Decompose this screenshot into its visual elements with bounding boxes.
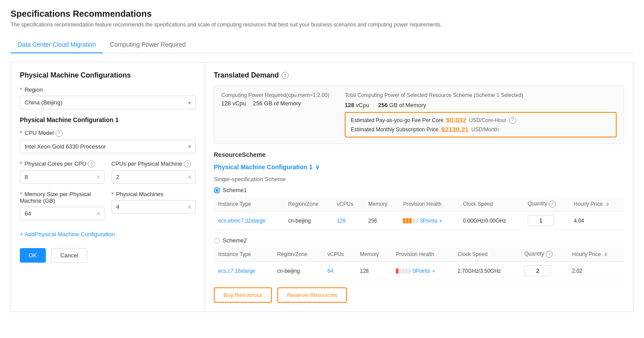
seg-r2 bbox=[399, 268, 402, 274]
health-chevron-icon[interactable]: ∨ bbox=[439, 218, 442, 223]
region-select[interactable]: China (Beijing) bbox=[20, 96, 196, 109]
clock-speed-cell: 0.00GHz/0.00GHz bbox=[458, 212, 523, 230]
instance-type2-cell: ecs.c7.16xlarge bbox=[214, 262, 273, 280]
quantity2-info-icon[interactable]: ? bbox=[546, 251, 553, 258]
monthly-label: Estimated Monthly Subscription Price bbox=[351, 126, 439, 133]
bottom-buttons: Buy Resources Reserve Resources bbox=[214, 287, 624, 303]
health-bar2: 0Points ∨ bbox=[396, 268, 449, 274]
col2-hourly-price: Hourly Price bbox=[568, 247, 624, 262]
physical-cores-clear-icon[interactable]: ✕ bbox=[96, 174, 101, 181]
physical-machines-clear-icon[interactable]: ✕ bbox=[187, 204, 192, 211]
col-region-zone: Region/Zone bbox=[284, 197, 332, 212]
scheme1-label: Scheme1 bbox=[223, 187, 247, 193]
health2-label[interactable]: 0Points bbox=[413, 268, 430, 274]
col2-clock-speed: Clock Speed bbox=[453, 247, 520, 262]
single-spec-label: Single-specification Scheme bbox=[214, 176, 624, 182]
physical-cores-info-icon[interactable]: ? bbox=[88, 160, 95, 167]
hourly-price-sort-icon[interactable] bbox=[606, 202, 609, 206]
quantity2-cell bbox=[520, 262, 568, 280]
cpus-per-machine-input-wrapper: 2 ✕ bbox=[112, 170, 196, 184]
vcpus-cell: 128 bbox=[332, 212, 364, 230]
tab-data-center[interactable]: Data Center Cloud Migration bbox=[11, 37, 103, 53]
region-zone2-cell: cn-beijing bbox=[273, 262, 323, 280]
config-sub-title: Physical Machine Configuration 1 bbox=[20, 116, 196, 123]
provision-health2-cell: 0Points ∨ bbox=[391, 262, 453, 280]
payg-price: $0.032 bbox=[446, 116, 466, 124]
cpu-model-select-wrapper: Intel Xeon Gold 6330 Processor ▾ bbox=[20, 140, 196, 153]
memory2-cell: 128 bbox=[355, 262, 391, 280]
scheme1-radio-icon bbox=[214, 187, 220, 193]
memory-size-input-wrapper: 64 ✕ bbox=[20, 207, 104, 220]
physical-machines-input-wrapper: 4 ✕ bbox=[112, 200, 196, 214]
memory-size-clear-icon[interactable]: ✕ bbox=[96, 210, 101, 217]
memory-value: 256 GB of Memory bbox=[253, 100, 301, 107]
scheme2-radio[interactable]: Scheme2 bbox=[214, 237, 624, 244]
memory-size-field: * Memory Size per Physical Machine (GB) … bbox=[20, 191, 104, 220]
vcpu-value: 128 vCpu bbox=[221, 100, 246, 107]
cpu-model-info-icon[interactable]: ? bbox=[56, 130, 63, 137]
scheme1-radio[interactable]: Scheme1 bbox=[214, 187, 624, 193]
add-config-link[interactable]: + AddPhysical Machine Configuration bbox=[20, 231, 196, 238]
seg-5 bbox=[415, 218, 418, 223]
footer-buttons: OK Cancel bbox=[20, 248, 196, 263]
physical-machines-field: * Physical Machines 4 ✕ bbox=[112, 191, 196, 220]
col-hourly-price: Hourly Price bbox=[570, 197, 624, 212]
physical-cores-input-wrapper: 8 ✕ bbox=[20, 170, 104, 184]
health2-chevron-icon[interactable]: ∨ bbox=[432, 268, 435, 273]
scheme2-table: Instance Type Region/Zone vCPUs Memory P… bbox=[214, 247, 624, 280]
config-header[interactable]: Physical Machine Configuration 1 ∨ bbox=[214, 163, 624, 171]
payg-label: Estimated Pay-as-you-go Fee Per Core bbox=[351, 117, 443, 123]
config-chevron-icon: ∨ bbox=[315, 163, 320, 171]
table-row: ecs.ebmc7.32xlarge cn-beijing 128 256 bbox=[214, 212, 624, 230]
health-segments2 bbox=[396, 268, 411, 274]
col-vcpus: vCPUs bbox=[332, 197, 364, 212]
vcpus2-cell: 64 bbox=[323, 262, 356, 280]
health-bar: 3Points ∨ bbox=[403, 218, 454, 224]
left-section-title: Physical Machine Configurations bbox=[20, 71, 196, 79]
payg-unit: USD/Core-Hour bbox=[469, 117, 506, 123]
seg-r1 bbox=[396, 268, 398, 274]
scheme2-header-row: Instance Type Region/Zone vCPUs Memory P… bbox=[214, 247, 624, 262]
col-memory: Memory bbox=[364, 197, 399, 212]
table-row: ecs.c7.16xlarge cn-beijing 64 128 bbox=[214, 262, 624, 280]
quantity-info-icon[interactable]: ? bbox=[549, 201, 556, 208]
region-field: * Region China (Beijing) ▾ bbox=[20, 86, 196, 109]
payg-info-icon[interactable]: ? bbox=[509, 117, 516, 124]
memory-machines-row: * Memory Size per Physical Machine (GB) … bbox=[20, 191, 196, 227]
scheme2-quantity-input[interactable] bbox=[525, 265, 551, 276]
ok-button[interactable]: OK bbox=[20, 248, 46, 263]
main-container: Physical Machine Configurations * Region… bbox=[11, 62, 633, 312]
scheme1-quantity-input[interactable] bbox=[528, 215, 554, 226]
physical-cores-input[interactable]: 8 bbox=[20, 170, 104, 184]
reserve-resources-button[interactable]: Reserve Resources bbox=[277, 287, 347, 303]
hourly-price2-cell: 2.02 bbox=[568, 262, 624, 280]
health-label[interactable]: 3Points bbox=[420, 218, 437, 224]
total-vcpu: 128 vCpu bbox=[345, 102, 369, 108]
col-clock-speed: Clock Speed bbox=[458, 197, 523, 212]
payg-row: Estimated Pay-as-you-go Fee Per Core $0.… bbox=[351, 116, 610, 124]
monthly-unit: USD/Month bbox=[471, 126, 499, 133]
memory-cell: 256 bbox=[364, 212, 399, 230]
physical-cores-field: * Physical Cores per CPU ? 8 ✕ bbox=[20, 160, 104, 184]
cpu-model-select[interactable]: Intel Xeon Gold 6330 Processor bbox=[20, 140, 196, 153]
scheme2-label: Scheme2 bbox=[223, 237, 247, 244]
cancel-button[interactable]: Cancel bbox=[51, 248, 87, 263]
instance-type-cell: ecs.ebmc7.32xlarge bbox=[214, 212, 284, 230]
hourly-price2-sort-icon[interactable] bbox=[604, 253, 607, 256]
cpus-per-machine-input[interactable]: 2 bbox=[112, 170, 196, 184]
seg-2 bbox=[406, 218, 409, 223]
tab-computing-power[interactable]: Computing Power Required bbox=[103, 37, 193, 53]
physical-machines-input[interactable]: 4 bbox=[112, 200, 196, 214]
seg-4 bbox=[412, 218, 415, 223]
col2-instance-type: Instance Type bbox=[214, 247, 273, 262]
buy-resources-button[interactable]: Buy Resources bbox=[214, 287, 272, 303]
tab-bar: Data Center Cloud Migration Computing Po… bbox=[11, 37, 633, 53]
translated-demand-info-icon[interactable]: ? bbox=[282, 72, 289, 79]
cpus-per-machine-info-icon[interactable]: ? bbox=[184, 160, 191, 167]
scheme2-radio-icon bbox=[214, 238, 220, 244]
page-title: Specifications Recommendations bbox=[11, 9, 633, 19]
cpus-per-machine-clear-icon[interactable]: ✕ bbox=[187, 174, 192, 181]
total-memory: 256 GB of Memory bbox=[378, 102, 426, 108]
memory-size-input[interactable]: 64 bbox=[20, 207, 104, 220]
hourly-price-cell: 4.04 bbox=[570, 212, 624, 230]
